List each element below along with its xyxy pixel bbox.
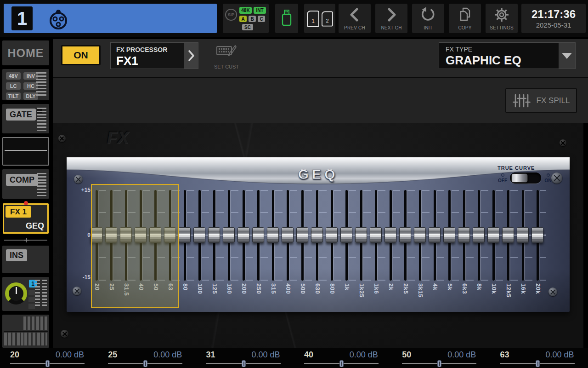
- band-fader-cap[interactable]: [429, 227, 441, 243]
- band-fader-cap[interactable]: [164, 227, 176, 243]
- set-cust-button[interactable]: SET CUST: [209, 43, 244, 71]
- param-cell-25: 250.00 dB: [98, 348, 196, 368]
- param-slider-handle[interactable]: [45, 360, 50, 367]
- band-frequency-label: 400: [283, 283, 292, 313]
- band-frequency-label: 20: [92, 283, 101, 313]
- sidebar-fx1-section-selected[interactable]: FX 1 GEQ: [3, 203, 49, 234]
- band-fader-cap[interactable]: [326, 227, 338, 243]
- band-frequency-label: 500: [298, 283, 306, 313]
- clock[interactable]: 21:17:36 2025-05-31: [521, 4, 586, 33]
- band-frequency-label: 100: [195, 283, 204, 313]
- channel-flag-48v: 48V: [6, 72, 21, 80]
- band-fader-cap[interactable]: [414, 227, 426, 243]
- prev-channel-button[interactable]: PREV CH: [339, 4, 371, 33]
- next-channel-button[interactable]: NEXT CH: [375, 4, 407, 33]
- param-slider-handle[interactable]: [143, 360, 147, 367]
- true-curve-toggle[interactable]: [510, 172, 541, 184]
- band-fader-cap[interactable]: [370, 227, 382, 243]
- band-fader-cap[interactable]: [105, 227, 117, 243]
- copy-button[interactable]: COPY: [449, 4, 481, 33]
- band-fader-cap[interactable]: [517, 227, 529, 243]
- reset-circular-arrow-icon: [412, 6, 444, 23]
- channel-number: 1: [11, 6, 33, 30]
- band-frequency-label: 50: [151, 283, 159, 313]
- band-fader-cap[interactable]: [282, 227, 294, 243]
- param-gain-value: 0.00 dB: [447, 350, 476, 360]
- knob-pointer: [16, 287, 17, 294]
- init-button[interactable]: INIT: [412, 4, 444, 33]
- sidebar-eq-curve[interactable]: [2, 137, 49, 166]
- param-frequency: 25: [108, 350, 117, 360]
- band-fader-cap[interactable]: [90, 227, 102, 243]
- sidebar-comp-section[interactable]: COMP: [2, 169, 49, 199]
- sc-badge: SC: [242, 24, 253, 30]
- band-fader-cap[interactable]: [179, 227, 191, 243]
- channel-header[interactable]: 1: [4, 4, 217, 33]
- band-frequency-label: 40: [136, 283, 145, 313]
- mixer-fx-screen: 1 SIP 48K INT A B C SC: [0, 0, 588, 368]
- param-cell-20: 200.00 dB: [0, 348, 98, 368]
- fx-type-label: FX TYPE: [446, 46, 472, 53]
- band-fader-cap[interactable]: [120, 227, 132, 243]
- band-frequency-label: 2k5: [401, 283, 409, 313]
- settings-button[interactable]: SETTINGS: [486, 4, 518, 33]
- fx-processor-next-button[interactable]: [184, 43, 198, 69]
- band-fader-cap[interactable]: [487, 227, 499, 243]
- param-cell-31: 310.00 dB: [196, 348, 294, 368]
- band-fader-cap[interactable]: [473, 227, 485, 243]
- sidebar-gate-section[interactable]: GATE: [2, 104, 49, 133]
- fx-processor-label: FX PROCESSOR: [116, 46, 167, 53]
- fx-rack-logo: FX: [107, 128, 129, 148]
- param-slider-handle[interactable]: [339, 360, 344, 367]
- param-slider-handle[interactable]: [536, 360, 540, 367]
- input-meter: [36, 72, 46, 97]
- band-fader-cap[interactable]: [399, 227, 411, 243]
- sidebar-input-section[interactable]: 48VINVLCHCTILTDLY: [2, 69, 49, 100]
- band-fader-cap[interactable]: [340, 227, 352, 243]
- band-fader-cap[interactable]: [208, 227, 220, 243]
- band-fader-cap[interactable]: [223, 227, 235, 243]
- pan-knob[interactable]: [5, 282, 27, 305]
- dropdown-arrow-button[interactable]: [559, 43, 575, 69]
- sidebar-home-button[interactable]: HOME: [2, 40, 49, 65]
- page-2-icon: 2: [322, 11, 333, 26]
- param-frequency: 40: [304, 350, 313, 360]
- toggle-handle[interactable]: [511, 173, 528, 183]
- band-fader-cap[interactable]: [193, 227, 205, 243]
- band-frequency-label: 3k15: [416, 283, 424, 313]
- param-slider-handle[interactable]: [437, 360, 441, 367]
- sidebar-insert-section[interactable]: INS: [2, 246, 49, 273]
- band-fader-cap[interactable]: [296, 227, 308, 243]
- xlr-connector-icon: [48, 8, 69, 34]
- usb-button[interactable]: [275, 4, 298, 33]
- param-gain-value: 0.00 dB: [350, 350, 378, 360]
- copy-documents-icon: [449, 6, 481, 23]
- fx-processor-selector[interactable]: FX PROCESSOR FX1: [110, 42, 198, 69]
- band-fader-cap[interactable]: [531, 227, 543, 243]
- band-frequency-label: 1k6: [372, 283, 380, 313]
- fx-type-value: GRAPHIC EQ: [446, 53, 521, 68]
- band-fader-cap[interactable]: [311, 227, 323, 243]
- band-fader-cap[interactable]: [458, 227, 470, 243]
- band-fader-cap[interactable]: [384, 227, 396, 243]
- band-frequency-label: 16k: [519, 283, 527, 313]
- band-fader-cap[interactable]: [267, 227, 279, 243]
- band-fader-cap[interactable]: [149, 227, 161, 243]
- band-fader-cap[interactable]: [237, 227, 249, 243]
- fx-type-dropdown[interactable]: FX TYPE GRAPHIC EQ: [439, 42, 576, 69]
- true-curve-off-label: OFF: [497, 173, 509, 183]
- fx-on-button[interactable]: ON: [61, 45, 101, 65]
- usb-icon: [280, 9, 293, 28]
- param-slider-handle[interactable]: [242, 360, 246, 367]
- band-fader-cap[interactable]: [443, 227, 455, 243]
- fx-spill-button[interactable]: FX SPILL: [505, 88, 577, 113]
- sidebar-fader-strip[interactable]: [2, 237, 49, 243]
- band-fader-cap[interactable]: [252, 227, 264, 243]
- band-fader-cap[interactable]: [355, 227, 367, 243]
- band-fader-cap[interactable]: [502, 227, 514, 243]
- band-fader-cap[interactable]: [135, 227, 147, 243]
- sidebar-pan-fader-section[interactable]: 1: [2, 277, 49, 311]
- sidebar-spectrum-block[interactable]: [2, 315, 49, 348]
- page-select-button[interactable]: 1 2: [304, 4, 335, 33]
- level-meter-left: [35, 280, 40, 308]
